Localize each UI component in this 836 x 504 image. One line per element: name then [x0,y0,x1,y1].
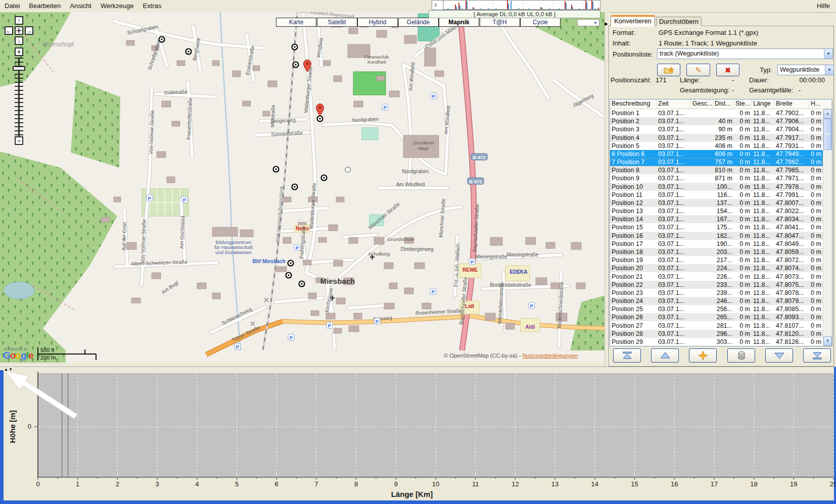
waypoint-marker[interactable] [186,49,192,55]
table-row[interactable]: Position 2703.07.1...281...0 m11.8...47.… [610,321,823,329]
scroll-up-button[interactable]: ▲ [823,109,832,119]
table-row[interactable]: Position 1603.07.1...182...0 m11.8...47.… [610,232,823,240]
pan-down-button[interactable]: ↓ [15,36,23,45]
table-row[interactable]: 7 Position 703.07.1...757 m0 m11.8...47.… [610,158,823,166]
menu-extras[interactable]: Extras [138,0,166,12]
waypoint-marker[interactable] [317,116,323,122]
table-row[interactable]: Position 503.07.1...406 m0 m11.8...47.79… [610,142,823,150]
column-header[interactable]: Breite [774,99,809,109]
table-row[interactable]: Position 303.07.1...90 m0 m11.8...47.790… [610,125,823,133]
table-row[interactable]: Position 1303.07.1...154...0 m11.8...47.… [610,207,823,215]
column-header[interactable]: Zeit [657,99,691,109]
table-row[interactable]: Position 803.07.1...810 m0 m11.8...47.79… [610,166,823,174]
map-layer-gelände[interactable]: Gelände [398,18,439,27]
table-row[interactable]: Position 1203.07.1...137...0 m11.8...47.… [610,199,823,207]
waypoint-marker[interactable] [288,261,294,266]
waypoint-marker[interactable] [159,37,165,42]
column-header[interactable]: Beschreibung [610,99,657,109]
column-header[interactable]: H... [809,99,832,109]
table-row[interactable]: Position 1703.07.1...190...0 m11.8...47.… [610,240,823,248]
new-list-button[interactable] [657,64,680,76]
column-header[interactable]: Länge [752,99,774,109]
waypoint-marker[interactable] [321,175,327,181]
add-position-button[interactable] [689,348,717,363]
netmon-dropdown[interactable]: ▼ [577,19,599,26]
scrollbar-thumb[interactable] [823,119,832,150]
map-layer-t@h[interactable]: T@H [480,18,520,27]
waypoint-marker[interactable] [273,167,279,172]
zoom-in-button[interactable]: + [15,47,23,56]
map-layer-satellit[interactable]: Satellit [317,18,357,27]
menu-bearbeiten[interactable]: Bearbeiten [24,0,65,12]
pan-left-button[interactable]: ← [5,26,13,35]
table-row[interactable]: 6 Position 603.07.1...606 m0 m11.8...47.… [610,150,823,158]
menu-datei[interactable]: Datei [0,0,24,12]
delete-list-button[interactable]: ✖ [716,64,739,76]
move-to-bottom-button[interactable] [803,348,831,363]
menu-werkzeuge[interactable]: Werkzeuge [96,0,138,12]
delete-position-button[interactable] [727,348,755,363]
tab-konvertieren[interactable]: Konvertieren [611,15,655,26]
inhalt-label: Inhalt: [613,39,630,47]
cell-b: Position 28 [610,330,657,337]
table-row[interactable]: Position 2203.07.1...233...0 m11.8...47.… [610,281,823,289]
table-row[interactable]: Position 903.07.1...871 m0 m11.8...47.79… [610,174,823,182]
edit-button[interactable]: ✎ [686,64,710,76]
move-up-button[interactable] [651,348,679,363]
table-scrollbar[interactable]: ▲ ▼ [823,109,832,346]
waypoint-marker[interactable] [299,281,305,287]
table-row[interactable]: Position 2403.07.1...246...0 m11.8...47.… [610,297,823,305]
table-row[interactable]: Position 2103.07.1...226...0 m11.8...47.… [610,272,823,280]
positionsliste-select[interactable]: track (Wegpunktliste) ▼ [657,48,833,59]
table-row[interactable]: Position 2903.07.1...303...0 m11.8...47.… [610,338,823,346]
column-header[interactable]: Ste... [734,99,752,109]
table-row[interactable]: Position 2603.07.1...265...0 m11.8...47.… [610,313,823,321]
cell-h: 0 m [809,265,823,272]
table-row[interactable]: Position 2003.07.1...224...0 m11.8...47.… [610,264,823,272]
table-row[interactable]: Position 403.07.1...235 m0 m11.8...47.79… [610,134,823,142]
move-down-button[interactable] [765,348,793,363]
cell-br: 47.8022... [774,208,809,215]
table-row[interactable]: Position 1003.07.1...100...0 m11.8...47.… [610,183,823,191]
pan-right-button[interactable]: → [25,26,33,35]
column-header[interactable]: Gesc... [691,99,713,109]
cell-br: 47.8072... [774,257,809,264]
map-layer-hybrid[interactable]: Hybrid [357,18,398,27]
table-row[interactable]: Position 2803.07.1...296...0 m11.8...47.… [610,330,823,338]
table-row[interactable]: Position 1103.07.1...116...0 m11.8...47.… [610,191,823,199]
table-row[interactable]: Position 1503.07.1...175...0 m11.8...47.… [610,223,823,231]
table-row[interactable]: Position 1403.07.1...167...0 m11.8...47.… [610,215,823,223]
waypoint-marker[interactable] [292,184,298,190]
scroll-down-button[interactable]: ▼ [823,336,832,346]
menu-ansicht[interactable]: Ansicht [65,0,96,12]
menu-hilfe[interactable]: Hilfe [814,2,833,10]
pan-center-button[interactable]: ✛ [15,26,23,35]
chevron-down-icon[interactable]: ▼ [824,49,832,59]
chevron-down-icon[interactable]: ▼ [825,65,833,75]
move-to-top-button[interactable] [613,348,641,363]
splitter-collapse-icon[interactable]: ▶ [605,21,608,26]
map-layer-karte[interactable]: Karte [276,18,316,27]
zoom-out-button[interactable]: − [15,136,23,145]
table-row[interactable]: Position 2303.07.1...239...0 m11.8...47.… [610,289,823,297]
column-header[interactable]: Dist... [713,99,734,109]
waypoint-marker[interactable] [286,273,292,278]
table-row[interactable]: Position 2503.07.1...256...0 m11.8...47.… [610,305,823,313]
table-row[interactable]: Position 203.07.1...40 m0 m11.8...47.790… [610,117,823,125]
table-row[interactable]: Position 1903.07.1...217...0 m11.8...47.… [610,256,823,264]
zoom-slider-handle[interactable] [13,66,25,71]
scrollbar-track[interactable] [823,150,832,336]
attribution-link[interactable]: Nutzungsbedingungen [522,352,578,359]
x-tick-label: 5 [235,480,239,488]
table-row[interactable]: Position 1803.07.1...203...0 m11.8...47.… [610,248,823,256]
tab-durchstoebern[interactable]: Durchstöbern [656,17,702,26]
map-layer-mapnik[interactable]: Mapnik [439,18,479,27]
panel-collapse-arrows[interactable]: ▲▼ [4,367,13,372]
map-view[interactable]: OberschopfMiesbachSchopfgrabenSchopfgrab… [0,12,605,363]
waypoint-marker[interactable] [292,44,298,50]
waypoint-marker[interactable] [293,62,299,68]
map-layer-cycle[interactable]: Cycle [520,18,561,27]
typ-select[interactable]: Wegpunktliste ▼ [777,65,834,75]
table-row[interactable]: Position 103.07.1...0 m11.8...47.7902...… [610,109,823,117]
pan-up-button[interactable]: ↑ [15,16,23,25]
